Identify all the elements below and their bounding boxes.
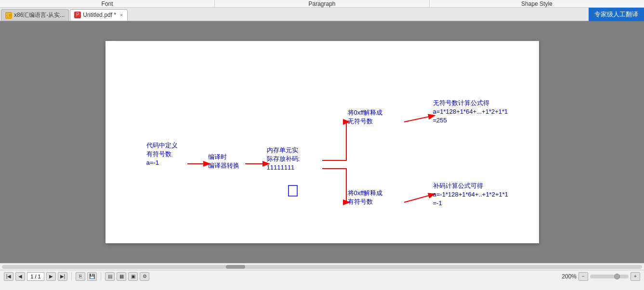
tab-label-pdf: Untitled.pdf *	[83, 12, 116, 18]
view-icon2[interactable]: ▦	[117, 272, 126, 281]
prev-page-button[interactable]: ◀	[15, 272, 25, 281]
save-icon[interactable]: 💾	[87, 272, 97, 281]
scroll-thumb[interactable]	[226, 265, 245, 269]
pdf-page: 代码中定义有符号数a=-1 编译时编译器转换 内存单元实际存放补码:111111…	[105, 41, 539, 243]
nav-separator	[71, 272, 72, 281]
font-section[interactable]: Font	[0, 0, 215, 7]
node-unsigned-interp: 将0xff解释成无符号数	[348, 108, 383, 126]
pdf-canvas: 代码中定义有符号数a=-1 编译时编译器转换 内存单元实际存放补码:111111…	[0, 21, 644, 263]
node-unsigned-calc: 无符号数计算公式得a=1*128+1*64+...+1*2+1*1=255	[433, 99, 508, 125]
font-label: Font	[101, 0, 113, 7]
last-page-button[interactable]: ▶|	[58, 272, 67, 281]
tab-icon-pdf: P	[74, 12, 81, 18]
svg-rect-4	[289, 185, 297, 196]
zoom-in-button[interactable]: +	[631, 272, 640, 281]
paragraph-section[interactable]: Paragraph	[215, 0, 430, 7]
tab-bar: 汇 x86汇编语言-从实... P Untitled.pdf * × ▼ 专家级…	[0, 8, 644, 21]
shape-style-label: Shape Style	[521, 0, 552, 7]
node-signed-interp: 将0xff解释成有符号数	[348, 189, 383, 206]
zoom-value: 200%	[562, 273, 577, 280]
toolbar: Font Paragraph Shape Style	[0, 0, 644, 8]
tab-label-x86: x86汇编语言-从实...	[14, 11, 65, 19]
tab-pdf[interactable]: P Untitled.pdf * ×	[70, 9, 127, 21]
nav-separator2	[101, 272, 101, 281]
svg-line-2	[404, 116, 434, 122]
zoom-area: 200% − +	[562, 272, 640, 281]
bottom-nav: |◀ ◀ ▶ ▶| ⎘ 💾 ▤ ▦ ▣ ⚙ 200% − +	[0, 270, 644, 282]
expert-translate-button[interactable]: 专家级人工翻译	[589, 8, 644, 21]
node-memory: 内存单元实际存放补码:11111111	[267, 146, 300, 172]
first-page-button[interactable]: |◀	[4, 272, 13, 281]
expert-translate-label: 专家级人工翻译	[594, 10, 638, 19]
scroll-track[interactable]	[2, 265, 642, 269]
node-signed-calc: 补码计算公式可得a=-1*128+1*64+..+1*2+1*1=-1	[433, 182, 509, 208]
view-icon3[interactable]: ▣	[128, 272, 138, 281]
zoom-slider-thumb[interactable]	[614, 274, 620, 279]
scrollbar-area	[0, 263, 644, 270]
tab-close-icon[interactable]: ×	[120, 12, 123, 18]
copy-icon[interactable]: ⎘	[76, 272, 85, 281]
svg-line-3	[404, 194, 434, 202]
zoom-slider-track[interactable]	[590, 275, 629, 278]
next-page-button[interactable]: ▶	[46, 272, 56, 281]
tab-icon-x86: 汇	[5, 12, 12, 19]
tab-x86[interactable]: 汇 x86汇编语言-从实...	[1, 9, 69, 21]
view-icon1[interactable]: ▤	[105, 272, 115, 281]
node-compile: 编译时编译器转换	[208, 153, 239, 170]
page-input[interactable]	[27, 272, 44, 281]
node-code-def: 代码中定义有符号数a=-1	[146, 141, 178, 168]
paragraph-label: Paragraph	[308, 0, 335, 7]
zoom-out-button[interactable]: −	[578, 272, 588, 281]
shape-style-section[interactable]: Shape Style	[430, 0, 644, 7]
view-icon4[interactable]: ⚙	[140, 272, 149, 281]
main-content: 代码中定义有符号数a=-1 编译时编译器转换 内存单元实际存放补码:111111…	[0, 21, 644, 263]
